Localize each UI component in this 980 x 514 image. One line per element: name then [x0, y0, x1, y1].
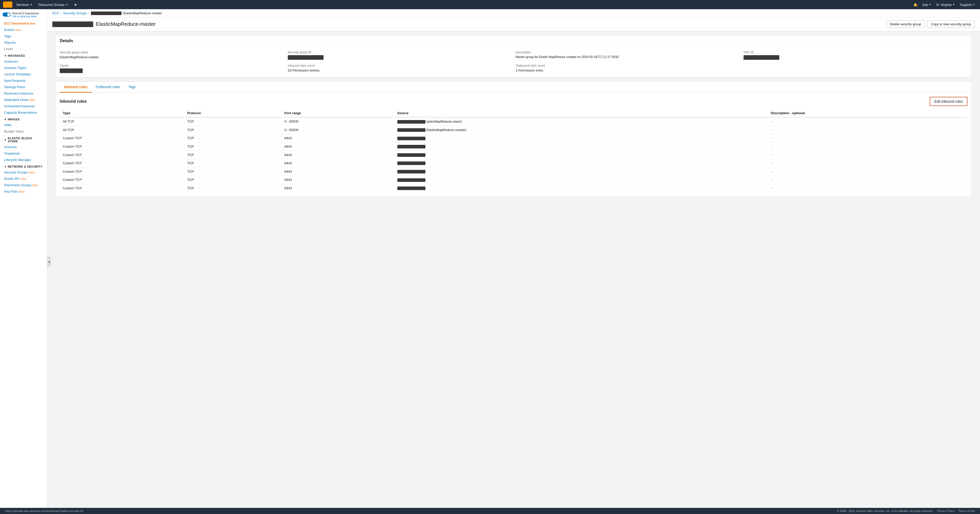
sidebar-item-lifecycle-manager[interactable]: Lifecycle Manager	[0, 156, 47, 163]
detail-owner: Owner	[60, 64, 284, 73]
copy-to-new-security-group-button[interactable]: Copy to new security group	[927, 21, 975, 28]
inbound-rules-title: Inbound rules	[60, 99, 87, 104]
bottom-bar-right: © 2008 - 2020, Amazon Web Services, Inc.…	[837, 509, 975, 512]
table-row: Custom TCPTCP8443-	[60, 159, 967, 167]
tab-tags[interactable]: Tags	[124, 82, 140, 93]
sidebar-item-elastic-ips[interactable]: Elastic IPs New	[0, 176, 47, 182]
instances-caret-icon: ▼	[4, 54, 6, 57]
tab-inbound-rules[interactable]: Inbound rules	[60, 82, 92, 93]
sidebar-item-capacity-reservations[interactable]: Capacity Reservations	[0, 109, 47, 116]
sidebar-item-reports[interactable]: Reports	[0, 39, 47, 46]
page-title-area: ElasticMapReduce-master	[52, 21, 156, 27]
cell-protocol: TCP	[184, 167, 282, 176]
user-menu[interactable]: jmp ▼	[921, 0, 933, 9]
sidebar-item-events[interactable]: Events New	[0, 27, 47, 33]
sidebar-item-spot-requests[interactable]: Spot Requests	[0, 77, 47, 84]
cell-protocol: TCP	[184, 126, 282, 134]
col-source: Source	[394, 109, 768, 117]
cell-description: -	[768, 142, 967, 151]
cell-port-range: 0 - 65535	[282, 126, 394, 134]
detail-inbound-rules-count: Inbound rules count 18 Permission entrie…	[288, 64, 512, 73]
new-ec2-toggle-area: New EC2 Experience Tell us what you thin…	[0, 9, 47, 20]
sidebar-item-ec2-dashboard[interactable]: EC2 Dashboard New	[0, 20, 47, 27]
cell-source	[394, 134, 768, 142]
sidebar-item-security-groups[interactable]: Security Groups New	[0, 169, 47, 176]
top-navigation: Services ▼ Resource Groups ▼ ★ 🔔 jmp ▼ N…	[0, 0, 980, 9]
delete-security-group-button[interactable]: Delete security group	[886, 21, 925, 28]
cell-type: Custom TCP	[60, 151, 184, 159]
table-row: Custom TCPTCP8443-	[60, 134, 967, 142]
favorites-button[interactable]: ★	[72, 0, 79, 9]
services-menu[interactable]: Services ▼	[14, 0, 35, 9]
cell-description: -	[768, 117, 967, 126]
tab-outbound-rules[interactable]: Outbound rules	[92, 82, 124, 93]
sidebar-item-bundle-tasks[interactable]: Bundle Tasks	[0, 128, 47, 135]
details-panel: Details Security group name ElasticMapRe…	[56, 35, 972, 77]
cell-type: Custom TCP	[60, 184, 184, 192]
services-chevron-icon: ▼	[30, 3, 32, 6]
inbound-rules-container: Inbound rules Edit inbound rules Type Pr…	[56, 93, 972, 196]
privacy-policy-link[interactable]: Privacy Policy	[937, 509, 955, 512]
new-ec2-toggle-switch[interactable]	[3, 13, 11, 17]
sidebar-item-savings-plans[interactable]: Savings Plans	[0, 84, 47, 90]
cell-type: All TCP	[60, 117, 184, 126]
security-group-id-redacted	[288, 55, 323, 60]
sidebar-item-reserved-instances[interactable]: Reserved Instances	[0, 90, 47, 97]
cell-port-range: 8443	[282, 184, 394, 192]
cell-type: Custom TCP	[60, 176, 184, 184]
sidebar-item-tags[interactable]: Tags	[0, 33, 47, 39]
network-security-section-header: ▼ NETWORK & SECURITY	[0, 163, 47, 169]
breadcrumb-ec2-link[interactable]: EC2	[52, 11, 59, 15]
cell-port-range: 8443	[282, 167, 394, 176]
resource-groups-chevron-icon: ▼	[65, 3, 68, 6]
notifications-button[interactable]: 🔔	[911, 0, 920, 9]
col-port-range: Port range	[282, 109, 394, 117]
sidebar-item-instance-types[interactable]: Instance Types	[0, 65, 47, 71]
cell-port-range: 0 - 65535	[282, 117, 394, 126]
detail-description: Description Master group for Elastic Map…	[516, 51, 740, 60]
cell-description: -	[768, 159, 967, 167]
support-chevron-icon: ▼	[973, 3, 975, 6]
region-menu[interactable]: N. Virginia ▼	[934, 0, 957, 9]
vpc-id-redacted	[743, 55, 779, 60]
terms-of-use-link[interactable]: Terms of Use	[958, 509, 975, 512]
cell-port-range: 8443	[282, 134, 394, 142]
breadcrumb-sep-1: ›	[60, 11, 61, 15]
sidebar-item-snapshots[interactable]: Snapshots	[0, 150, 47, 156]
tell-us-link[interactable]: Tell us what you think	[12, 15, 39, 18]
cell-source	[394, 159, 768, 167]
details-grid-row1: Security group name ElasticMapReduce-mas…	[56, 46, 972, 64]
sidebar-item-key-pairs[interactable]: Key Pairs New	[0, 188, 47, 195]
cell-description: -	[768, 134, 967, 142]
table-row: All TCPTCP0 - 65535ElasticMapReduce-mast…	[60, 126, 967, 134]
cell-source	[394, 151, 768, 159]
breadcrumb-security-groups-link[interactable]: Security Groups	[63, 11, 87, 15]
detail-outbound-rules-count: Outbound rules count 1 Permission entry	[516, 64, 740, 73]
sidebar-item-instances[interactable]: Instances	[0, 58, 47, 65]
cell-source: ElasticMapReduce-master)	[394, 126, 768, 134]
cell-protocol: TCP	[184, 142, 282, 151]
sidebar-item-placement-groups[interactable]: Placement Groups New	[0, 182, 47, 188]
sidebar-item-limits[interactable]: Limits	[0, 46, 47, 52]
sidebar-collapse-handle[interactable]: ◀	[47, 257, 51, 267]
bottom-bar: https://console.aws.amazon.com/ec2/home?…	[0, 508, 980, 514]
col-protocol: Protocol	[184, 109, 282, 117]
support-menu[interactable]: Support ▼	[958, 0, 977, 9]
sidebar-item-launch-templates[interactable]: Launch Templates	[0, 71, 47, 77]
page-header: ElasticMapReduce-master Delete security …	[47, 18, 980, 31]
cell-port-range: 8443	[282, 142, 394, 151]
sidebar-item-amis[interactable]: AMIs	[0, 122, 47, 128]
sidebar-item-dedicated-hosts[interactable]: Dedicated Hosts New	[0, 97, 47, 103]
cell-port-range: 8443	[282, 151, 394, 159]
sidebar-item-scheduled-instances[interactable]: Scheduled Instances	[0, 103, 47, 109]
table-row: Custom TCPTCP8443-	[60, 151, 967, 159]
cell-description: -	[768, 151, 967, 159]
resource-groups-menu[interactable]: Resource Groups ▼	[37, 0, 70, 9]
edit-inbound-rules-button[interactable]: Edit inbound rules	[930, 97, 967, 106]
cell-source	[394, 184, 768, 192]
cell-source	[394, 167, 768, 176]
instances-section-header: ▼ INSTANCES	[0, 52, 47, 58]
cell-description: -	[768, 184, 967, 192]
col-description: Description - optional	[768, 109, 967, 117]
sidebar-item-volumes[interactable]: Volumes	[0, 144, 47, 150]
